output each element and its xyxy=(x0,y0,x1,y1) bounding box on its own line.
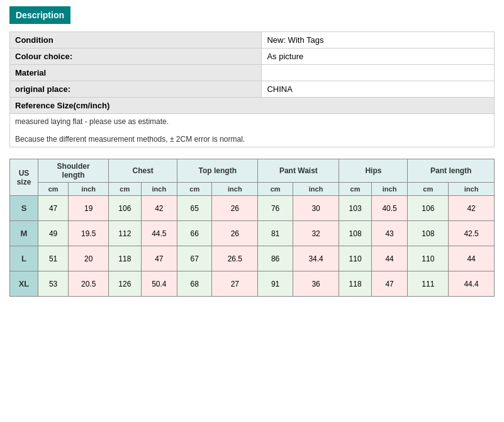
shoulder-inch: inch xyxy=(69,183,109,196)
measurement-note: measured laying flat - please use as est… xyxy=(10,114,495,147)
size-row-l: L 51 20 118 47 67 26.5 86 34.4 110 44 11… xyxy=(10,246,495,271)
m-hips-inch: 43 xyxy=(371,221,408,246)
header-sub-row: cm inch cm inch cm inch cm inch cm inch … xyxy=(10,183,495,196)
pant-waist-header: Pant Waist xyxy=(258,159,339,183)
xl-chest-cm: 126 xyxy=(109,271,141,297)
l-toplength-inch: 26.5 xyxy=(212,246,258,271)
xl-shoulder-cm: 53 xyxy=(38,271,69,297)
s-hips-cm: 103 xyxy=(339,196,371,221)
s-pantwaist-cm: 76 xyxy=(258,196,293,221)
condition-row: Condition New: With Tags xyxy=(10,32,495,48)
origin-value: CHINA xyxy=(262,81,495,98)
l-pantwaist-inch: 34.4 xyxy=(293,246,339,271)
pantlength-cm: cm xyxy=(408,183,449,196)
xl-pantwaist-cm: 91 xyxy=(258,271,293,297)
s-shoulder-cm: 47 xyxy=(38,196,69,221)
s-pantwaist-inch: 30 xyxy=(293,196,339,221)
s-pantlength-inch: 42 xyxy=(449,196,495,221)
l-pantlength-cm: 110 xyxy=(408,246,449,271)
l-hips-inch: 44 xyxy=(371,246,408,271)
m-shoulder-cm: 49 xyxy=(38,221,69,246)
m-pantwaist-inch: 32 xyxy=(293,221,339,246)
l-pantlength-inch: 44 xyxy=(449,246,495,271)
m-pantwaist-cm: 81 xyxy=(258,221,293,246)
l-toplength-cm: 67 xyxy=(177,246,212,271)
xl-hips-cm: 118 xyxy=(339,271,371,297)
l-chest-cm: 118 xyxy=(109,246,141,271)
origin-row: original place: CHINA xyxy=(10,81,495,98)
xl-shoulder-inch: 20.5 xyxy=(69,271,109,297)
l-shoulder-inch: 20 xyxy=(69,246,109,271)
xl-pantwaist-inch: 36 xyxy=(293,271,339,297)
chest-inch: inch xyxy=(141,183,177,196)
hips-cm: cm xyxy=(339,183,371,196)
m-pantlength-cm: 108 xyxy=(408,221,449,246)
pant-length-header: Pant length xyxy=(408,159,495,183)
ref-size-row: Reference Size(cm/inch) xyxy=(10,98,495,114)
xl-chest-inch: 50.4 xyxy=(141,271,177,297)
pantwaist-inch: inch xyxy=(293,183,339,196)
condition-label: Condition xyxy=(10,32,262,48)
xl-toplength-cm: 68 xyxy=(177,271,212,297)
toplength-inch: inch xyxy=(212,183,258,196)
shoulder-cm: cm xyxy=(38,183,69,196)
m-hips-cm: 108 xyxy=(339,221,371,246)
colour-value: As picture xyxy=(262,48,495,65)
s-chest-inch: 42 xyxy=(141,196,177,221)
top-length-header: Top length xyxy=(177,159,258,183)
info-table: Condition New: With Tags Colour choice: … xyxy=(9,31,495,147)
material-value xyxy=(262,65,495,81)
xl-toplength-inch: 27 xyxy=(212,271,258,297)
l-chest-inch: 47 xyxy=(141,246,177,271)
size-table: USsize Shoulderlength Chest Top length P… xyxy=(9,159,495,297)
condition-value: New: With Tags xyxy=(262,32,495,48)
size-label-s: S xyxy=(10,196,38,221)
pantwaist-cm: cm xyxy=(258,183,293,196)
size-label-l: L xyxy=(10,246,38,271)
xl-hips-inch: 47 xyxy=(371,271,408,297)
xl-pantlength-cm: 111 xyxy=(408,271,449,297)
size-row-xl: XL 53 20.5 126 50.4 68 27 91 36 118 47 1… xyxy=(10,271,495,297)
l-pantwaist-cm: 86 xyxy=(258,246,293,271)
size-label-xl: XL xyxy=(10,271,38,297)
s-toplength-cm: 65 xyxy=(177,196,212,221)
l-shoulder-cm: 51 xyxy=(38,246,69,271)
m-toplength-inch: 26 xyxy=(212,221,258,246)
us-size-header: USsize xyxy=(10,159,38,196)
chest-header: Chest xyxy=(109,159,177,183)
s-toplength-inch: 26 xyxy=(212,196,258,221)
m-shoulder-inch: 19.5 xyxy=(69,221,109,246)
size-row-s: S 47 19 106 42 65 26 76 30 103 40.5 106 … xyxy=(10,196,495,221)
chest-cm: cm xyxy=(109,183,141,196)
xl-pantlength-inch: 44.4 xyxy=(449,271,495,297)
hips-header: Hips xyxy=(339,159,408,183)
s-chest-cm: 106 xyxy=(109,196,141,221)
size-row-m: M 49 19.5 112 44.5 66 26 81 32 108 43 10… xyxy=(10,221,495,246)
toplength-cm: cm xyxy=(177,183,212,196)
material-row: Material xyxy=(10,65,495,81)
colour-label: Colour choice: xyxy=(10,48,262,65)
m-toplength-cm: 66 xyxy=(177,221,212,246)
l-hips-cm: 110 xyxy=(339,246,371,271)
material-label: Material xyxy=(10,65,262,81)
measurement-note-row: measured laying flat - please use as est… xyxy=(10,114,495,147)
m-chest-inch: 44.5 xyxy=(141,221,177,246)
s-shoulder-inch: 19 xyxy=(69,196,109,221)
pantlength-inch: inch xyxy=(449,183,495,196)
m-pantlength-inch: 42.5 xyxy=(449,221,495,246)
colour-row: Colour choice: As picture xyxy=(10,48,495,65)
header-top-row: USsize Shoulderlength Chest Top length P… xyxy=(10,159,495,183)
m-chest-cm: 112 xyxy=(109,221,141,246)
ref-size-label: Reference Size(cm/inch) xyxy=(10,98,495,114)
shoulder-header: Shoulderlength xyxy=(38,159,109,183)
origin-label: original place: xyxy=(10,81,262,98)
s-hips-inch: 40.5 xyxy=(371,196,408,221)
size-table-wrapper: USsize Shoulderlength Chest Top length P… xyxy=(9,159,495,297)
hips-inch: inch xyxy=(371,183,408,196)
s-pantlength-cm: 106 xyxy=(408,196,449,221)
size-label-m: M xyxy=(10,221,38,246)
description-header: Description xyxy=(9,6,70,24)
